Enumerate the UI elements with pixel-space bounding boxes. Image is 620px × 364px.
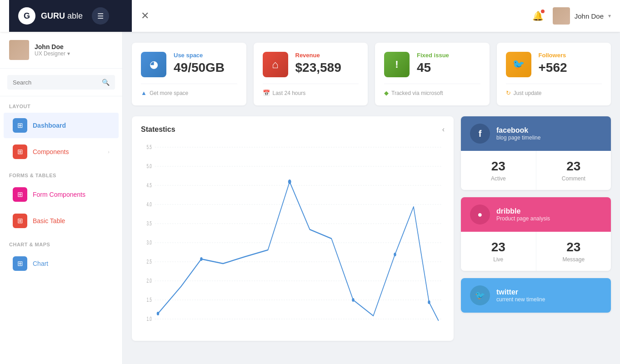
notification-bell[interactable]: 🔔 — [532, 10, 544, 21]
header-user-name: John Doe — [575, 12, 604, 20]
svg-text:5.5: 5.5 — [147, 144, 152, 150]
main-content: ◕ Use space 49/50GB ▲ Get more space ⌂ — [123, 32, 620, 364]
twitter-subtitle: current new timeline — [496, 296, 545, 303]
menu-toggle-button[interactable]: ☰ — [92, 7, 109, 25]
logo-area: G GURU able ☰ — [9, 0, 132, 32]
dribble-subtitle: Product page analysis — [496, 215, 550, 222]
stat-cards: ◕ Use space 49/50GB ▲ Get more space ⌂ — [132, 43, 611, 105]
svg-text:4.0: 4.0 — [147, 201, 152, 207]
dribble-live-label: Live — [468, 256, 529, 263]
fixed-issue-footer: ◆ Tracked via microsoft — [384, 84, 480, 96]
logo-icon: G — [18, 7, 35, 25]
dribble-stat-live: 23 Live — [461, 232, 536, 271]
followers-footer-icon: ↻ — [506, 90, 511, 96]
chart-point-peak — [288, 180, 291, 184]
revenue-icon: ⌂ — [263, 52, 288, 77]
revenue-footer-text: Last 24 hours — [273, 90, 306, 96]
stat-card-fixed-issue: ! Fixed issue 45 ◆ Tracked via microsoft — [375, 43, 490, 105]
hamburger-icon: ☰ — [97, 12, 104, 20]
svg-text:4.5: 4.5 — [147, 182, 152, 188]
facebook-info: facebook blog page timeline — [496, 126, 540, 141]
svg-text:1.5: 1.5 — [147, 297, 152, 303]
sidebar-item-components[interactable]: ⊞ Components › — [4, 139, 119, 165]
sidebar-section-layout: Layout — [0, 96, 122, 112]
sidebar-section-charts: Chart & Maps — [0, 234, 122, 250]
close-button[interactable]: ✕ — [141, 10, 149, 22]
basic-table-icon: ⊞ — [13, 214, 27, 228]
sidebar: John Doe UX Designer ▾ 🔍 Layout ⊞ Dashbo… — [0, 32, 123, 364]
use-space-info: Use space 49/50GB — [174, 52, 237, 75]
chart-header: Statestics ‹ — [141, 125, 445, 134]
chart-icon: ⊞ — [13, 256, 27, 271]
stat-card-revenue: ⌂ Revenue $23,589 📅 Last 24 hours — [254, 43, 368, 105]
notification-dot — [541, 10, 545, 13]
avatar — [553, 7, 570, 25]
use-space-icon: ◕ — [141, 52, 166, 77]
user-area[interactable]: John Doe ▾ — [553, 7, 611, 25]
revenue-info: Revenue $23,589 — [295, 52, 359, 75]
search-icon: 🔍 — [102, 79, 110, 86]
social-card-twitter: 🐦 twitter current new timeline — [461, 278, 611, 313]
revenue-value: $23,589 — [295, 60, 359, 75]
revenue-footer-icon: 📅 — [263, 90, 270, 96]
chart-point — [428, 300, 430, 304]
sidebar-label-basic-table: Basic Table — [33, 217, 110, 224]
fixed-issue-title: Fixed issue — [417, 52, 480, 59]
header-right: 🔔 John Doe ▾ — [532, 7, 611, 25]
revenue-footer: 📅 Last 24 hours — [263, 84, 359, 96]
sidebar-user: John Doe UX Designer ▾ — [0, 32, 122, 69]
top-header: G GURU able ☰ ✕ 🔔 John Doe ▾ — [0, 0, 620, 32]
fixed-issue-footer-icon: ◆ — [384, 90, 389, 96]
sidebar-item-chart[interactable]: ⊞ Chart — [4, 251, 119, 276]
chart-svg: 5.5 5.0 4.5 4.0 3.5 3.0 2.5 2.0 1.5 1.0 — [141, 141, 445, 332]
fixed-issue-info: Fixed issue 45 — [417, 52, 480, 75]
search-input[interactable] — [13, 79, 98, 86]
chart-point — [200, 257, 202, 261]
sidebar-item-form-components[interactable]: ⊞ Form Components — [4, 182, 119, 207]
revenue-title: Revenue — [295, 52, 359, 59]
followers-title: Followers — [539, 52, 602, 59]
chart-point — [157, 312, 159, 315]
svg-text:2.0: 2.0 — [147, 278, 152, 284]
stat-card-use-space: ◕ Use space 49/50GB ▲ Get more space — [132, 43, 246, 105]
chevron-down-icon: ▾ — [608, 13, 611, 19]
sidebar-user-info: John Doe UX Designer ▾ — [35, 43, 70, 57]
dribble-body: 23 Live 23 Message — [461, 232, 611, 271]
chart-point — [352, 298, 354, 302]
components-icon: ⊞ — [13, 145, 27, 159]
facebook-name: facebook — [496, 126, 540, 135]
sidebar-item-basic-table[interactable]: ⊞ Basic Table — [4, 208, 119, 234]
sidebar-user-role: UX Designer ▾ — [35, 50, 70, 57]
dribble-live-value: 23 — [468, 240, 529, 254]
dribble-name: dribble — [496, 207, 550, 215]
use-space-footer-text: Get more space — [150, 90, 188, 96]
social-card-dribble: ● dribble Product page analysis 23 Live … — [461, 197, 611, 271]
chart-point — [394, 253, 396, 256]
followers-icon: 🐦 — [506, 52, 531, 77]
followers-footer: ↻ Just update — [506, 84, 602, 96]
dribble-message-label: Message — [544, 256, 604, 263]
twitter-icon: 🐦 — [470, 285, 490, 305]
twitter-info: twitter current new timeline — [496, 288, 545, 303]
logo-text: GURU able — [41, 11, 83, 21]
use-space-footer: ▲ Get more space — [141, 84, 237, 96]
statistics-chart-card: Statestics ‹ 5.5 5.0 4.5 4.0 3.5 3.0 2.5… — [132, 116, 454, 341]
use-space-value: 49/50GB — [174, 60, 237, 75]
twitter-name: twitter — [496, 288, 545, 296]
use-space-title: Use space — [174, 52, 237, 59]
sidebar-label-dashboard: Dashboard — [33, 122, 110, 129]
svg-text:3.0: 3.0 — [147, 239, 152, 245]
facebook-subtitle: blog page timeline — [496, 135, 540, 141]
followers-value: +562 — [539, 60, 602, 75]
twitter-header: 🐦 twitter current new timeline — [461, 278, 611, 313]
facebook-icon: f — [470, 124, 490, 144]
facebook-header: f facebook blog page timeline — [461, 116, 611, 151]
sidebar-item-dashboard[interactable]: ⊞ Dashboard — [4, 113, 119, 138]
followers-info: Followers +562 — [539, 52, 602, 75]
header-left: G GURU able ☰ ✕ — [9, 0, 149, 32]
facebook-active-value: 23 — [468, 159, 529, 174]
sidebar-user-name: John Doe — [35, 43, 70, 50]
svg-text:1.0: 1.0 — [147, 316, 152, 322]
svg-text:5.0: 5.0 — [147, 163, 152, 169]
chart-toggle-icon[interactable]: ‹ — [442, 125, 445, 134]
